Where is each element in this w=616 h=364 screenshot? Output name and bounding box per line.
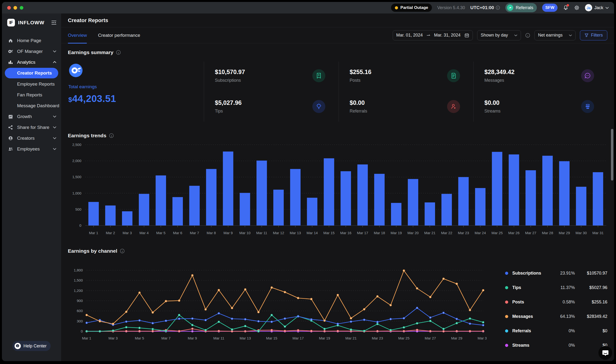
sidebar-item-label: Employees (17, 146, 40, 152)
stat-referrals: $0.00 Referrals (350, 94, 460, 119)
onlyfans-logo-icon (68, 63, 83, 78)
tab-creator-performance[interactable]: Creator performance (98, 27, 140, 43)
sidebar-item-label: OF Manager (17, 49, 43, 54)
stat-label: Tips (215, 109, 241, 114)
info-icon[interactable]: i (120, 249, 125, 253)
stat-value: $0.00 (350, 99, 367, 106)
earnings-summary-title: Earnings summary (68, 50, 113, 55)
settings-gear-icon[interactable] (574, 5, 580, 11)
svg-text:Mar 13: Mar 13 (240, 336, 251, 340)
funnel-icon (585, 33, 589, 37)
of-manager-icon (8, 49, 13, 54)
legend-row[interactable]: Subscriptions23.91%$10570.97 (505, 269, 607, 278)
shown-by-select[interactable]: Shown by day (477, 30, 521, 40)
sidebar-item-label: Share for Share (17, 125, 49, 130)
info-icon[interactable]: i (525, 33, 530, 38)
share-arrow-icon (507, 5, 513, 11)
person-circle-icon (8, 136, 13, 141)
window-controls[interactable] (7, 6, 23, 10)
version-label: Version 5.4.30 (437, 5, 465, 10)
legend-row[interactable]: Tips11.37%$5027.96 (505, 283, 607, 292)
referrals-badge[interactable]: Referrals (505, 3, 537, 12)
stat-label: Messages (484, 78, 514, 83)
currency-symbol: $ (68, 96, 72, 103)
sidebar-item-employees[interactable]: Employees (2, 143, 61, 154)
calendar-icon (464, 33, 469, 38)
sidebar-item-employee-reports[interactable]: Employee Reports (2, 79, 61, 90)
status-badge[interactable]: Partial Outage (391, 4, 432, 12)
notifications-button[interactable] (563, 5, 569, 11)
filters-button-label: Filters (591, 33, 603, 38)
stat-label: Referrals (350, 109, 367, 114)
stat-value: $28,349.42 (484, 68, 514, 76)
svg-text:Mar 13: Mar 13 (290, 231, 301, 235)
sidebar-item-share-for-share[interactable]: Share for Share (2, 122, 61, 133)
sidebar-item-creator-reports[interactable]: Creator Reports (5, 68, 58, 78)
sidebar-item-of-manager[interactable]: OF Manager (2, 46, 61, 57)
filters-button[interactable]: Filters (580, 30, 607, 40)
status-dot-icon (395, 6, 398, 9)
svg-text:Mar 30: Mar 30 (576, 231, 587, 235)
sidebar-item-label: Creator Reports (17, 70, 52, 76)
stat-posts: $255.16 Posts (350, 63, 460, 89)
user-menu[interactable]: Ja Jack (585, 4, 609, 11)
sidebar-item-creators[interactable]: Creators (2, 133, 61, 143)
zoom-window-button[interactable] (20, 6, 23, 10)
home-icon (8, 38, 13, 43)
svg-text:i: i (122, 250, 123, 253)
minimize-window-button[interactable] (13, 6, 17, 10)
sidebar-collapse-icon[interactable] (51, 20, 57, 25)
stat-tips: $5,027.96 Tips (215, 94, 325, 119)
timezone: UTC+01:00 i (470, 5, 500, 10)
sidebar-item-home-page[interactable]: Home Page (2, 35, 61, 46)
tab-overview[interactable]: Overview (68, 27, 87, 43)
svg-text:Mar 4: Mar 4 (139, 231, 148, 235)
chat-messenger-button[interactable] (598, 346, 612, 360)
channel-legend: Subscriptions23.91%$10570.97 Tips11.37%$… (505, 263, 607, 355)
legend-row[interactable]: Streams0%$0 (505, 341, 607, 350)
svg-text:Mar 8: Mar 8 (207, 231, 216, 235)
sfw-label: SFW (545, 5, 554, 10)
help-center-button[interactable]: ? Help Center (12, 341, 51, 351)
summary-column: $255.16 Posts $0.00 Referrals (339, 62, 473, 122)
info-icon[interactable]: i (116, 50, 121, 55)
sfw-badge[interactable]: SFW (542, 4, 558, 12)
svg-text:500: 500 (75, 207, 81, 211)
svg-text:Mar 18: Mar 18 (374, 231, 385, 235)
svg-text:2,000: 2,000 (72, 159, 81, 163)
sidebar-item-message-dashboard[interactable]: Message Dashboard (2, 100, 61, 111)
svg-text:Mar 15: Mar 15 (266, 336, 277, 340)
svg-text:Mar 19: Mar 19 (319, 336, 330, 340)
scrollbar-thumb[interactable] (611, 129, 613, 181)
summary-column: $10,570.97 Subscriptions $5,027.96 Tips (204, 62, 339, 122)
sidebar-item-fan-reports[interactable]: Fan Reports (2, 90, 61, 100)
legend-row[interactable]: Referrals0%$0 (505, 326, 607, 335)
svg-text:Mar 11: Mar 11 (256, 231, 267, 235)
info-icon[interactable]: i (496, 6, 500, 10)
close-window-button[interactable] (7, 6, 11, 10)
svg-text:Mar 25: Mar 25 (398, 336, 410, 340)
svg-text:Mar 5: Mar 5 (135, 336, 144, 340)
metric-select[interactable]: Net earnings (535, 30, 576, 40)
svg-text:Mar 24: Mar 24 (475, 231, 486, 235)
sidebar-item-analytics[interactable]: Analytics (2, 57, 61, 67)
svg-text:Mar 31: Mar 31 (478, 336, 487, 340)
date-range-picker[interactable]: Mar. 01, 2024 ⇀ Mar. 31, 2024 (393, 30, 473, 40)
legend-row[interactable]: Messages64.13%$28349.42 (505, 312, 607, 321)
svg-text:Mar 22: Mar 22 (441, 231, 452, 235)
stat-label: Subscriptions (215, 78, 245, 83)
svg-text:Mar 28: Mar 28 (542, 231, 553, 235)
lightbulb-icon (312, 100, 325, 113)
sidebar-item-growth[interactable]: Growth (2, 111, 61, 122)
legend-row[interactable]: Posts0.58%$255.16 (505, 298, 607, 307)
avatar: Ja (585, 4, 592, 11)
tab-label: Creator performance (98, 33, 140, 38)
earnings-by-channel-chart: 03006009001,2001,5001,800Mar 1Mar 3Mar 5… (68, 266, 487, 345)
app-window: Partial Outage Version 5.4.30 UTC+01:00 … (2, 2, 614, 361)
svg-text:Mar 23: Mar 23 (372, 336, 383, 340)
svg-text:1,500: 1,500 (74, 278, 83, 282)
svg-text:Mar 3: Mar 3 (108, 336, 118, 340)
legend-dot (505, 300, 508, 304)
info-icon[interactable]: i (109, 133, 114, 138)
svg-text:300: 300 (77, 319, 83, 323)
